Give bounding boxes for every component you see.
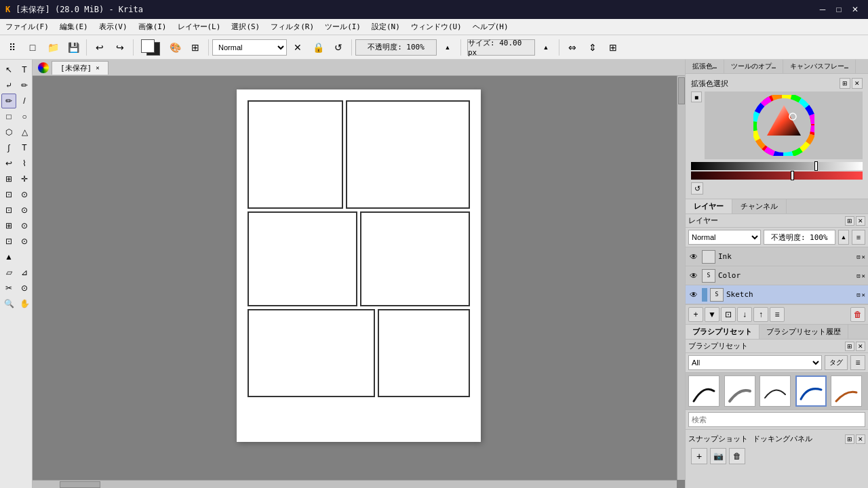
gradient-tool-button[interactable]: ⊡ [1,234,16,249]
menu-select[interactable]: 選択(S) [226,19,265,35]
brush-close-btn[interactable]: ✕ [856,342,865,351]
line-tool-button[interactable]: / [17,94,32,108]
tab-channels[interactable]: チャンネル [732,199,787,214]
menu-view[interactable]: 表示(V) [94,19,133,35]
color-wheel-container[interactable] [705,92,863,159]
document-tab[interactable]: [未保存] ✕ [52,61,108,75]
tab-close-icon[interactable]: ✕ [96,64,99,71]
tab-brush-history[interactable]: ブラシプリセット履歴 [760,325,848,339]
layer-properties-btn[interactable]: ≡ [770,307,785,322]
tab-color-ext[interactable]: 拡張色… [686,60,724,73]
scrollbar-thumb-h[interactable] [60,481,100,488]
snapshot-close-btn[interactable]: ✕ [856,434,865,444]
tab-brush-preset[interactable]: ブラシプリセット [686,325,760,339]
open-document-button[interactable]: 📁 [43,38,62,57]
ellipse-tool-button[interactable]: ○ [17,109,32,124]
brush-thumb-1[interactable] [688,375,719,407]
canvas-scroll[interactable] [33,76,685,488]
brush-search-input[interactable] [688,412,865,427]
text-tool-button[interactable]: T [17,62,32,77]
mirror-v-button[interactable]: ⇕ [583,38,602,57]
contiguous-select-button[interactable]: ⊡ [1,187,16,202]
layers-close-btn[interactable]: ✕ [856,216,865,226]
move-layer-up-btn[interactable]: ↑ [753,307,768,322]
select-tool-button[interactable]: ↖ [1,62,16,77]
layer-eye-color[interactable]: 👁 [688,270,699,281]
snapshot-camera-btn[interactable]: 📷 [710,448,726,464]
tab-layers[interactable]: レイヤー [686,199,732,214]
brush-thumb-4[interactable] [795,375,827,407]
opacity-up-btn[interactable]: ▲ [438,38,457,57]
fill-tool-button[interactable]: ⊙ [17,281,32,296]
polyline-tool-button[interactable]: △ [17,125,32,140]
layer-eye-sketch[interactable]: 👁 [688,289,699,300]
scrollbar-thumb[interactable] [678,77,685,104]
dynamic-brush-button[interactable]: ↩ [1,156,16,171]
tab-tool-opt[interactable]: ツールのオプ… [724,60,783,73]
lock-alpha-button[interactable]: 🔒 [309,38,328,57]
measure-tool-button[interactable]: ▱ [1,265,16,280]
brush-tag-btn[interactable]: タグ [825,355,848,370]
red-handle[interactable] [791,171,794,180]
red-bar[interactable] [691,171,863,180]
color-refresh-btn[interactable]: ↺ [691,182,703,195]
brush-tool-button[interactable]: ✏ [1,94,16,108]
brush-filter-select[interactable]: All Ink Sketch Digital [688,355,822,370]
magnetic-select-button[interactable]: ⊙ [17,203,32,218]
tab-canvas-opt[interactable]: キャンバスフレー… [783,60,856,73]
layer-item-ink[interactable]: 👁 Ink ⊡ ✕ [686,247,868,266]
color-expand-btn[interactable]: ⊞ [840,78,850,89]
bezier-tool-button[interactable]: ∫ [1,140,16,155]
brush-list-view-btn[interactable]: ≡ [850,355,865,370]
undo-button[interactable]: ↩ [90,38,109,57]
add-layer-btn[interactable]: + [688,307,703,322]
layer-item-color[interactable]: 👁 S Color ⊡ ✕ [686,266,868,285]
move-layer-down-btn[interactable]: ↓ [737,307,752,322]
polygon-tool-button[interactable]: ⬡ [1,125,16,140]
duplicate-layer-btn[interactable]: ⊡ [721,307,736,322]
foreground-color-swatch[interactable] [141,39,155,53]
rect-tool-button[interactable]: □ [1,109,16,124]
snapshot-delete-btn[interactable]: 🗑 [729,448,745,464]
redo-button[interactable]: ↪ [111,38,130,57]
close-button[interactable]: ✕ [848,2,863,17]
bw-handle[interactable] [814,161,818,171]
zoom-tool-button[interactable]: 🔍 [1,296,16,311]
layer-type-btn[interactable]: ▼ [705,307,719,322]
horizontal-scrollbar[interactable] [33,480,677,488]
shapes-select-button[interactable]: ⊙ [17,218,32,233]
color-picker-button[interactable]: 🎨 [165,38,184,57]
menu-settings[interactable]: 設定(N) [366,19,406,35]
multibrush-tool-button[interactable]: ⌇ [17,156,32,171]
mirror-h-button[interactable]: ⇔ [563,38,582,57]
scissors-tool-button[interactable]: ✂ [1,281,16,296]
smudge-tool-button[interactable]: ▲ [1,249,16,264]
layers-list-btn[interactable]: ≡ [852,230,865,245]
canvas-preview-button[interactable]: ⊞ [604,38,623,57]
brush-thumb-5[interactable] [831,375,862,407]
brush-thumb-3[interactable] [760,375,791,407]
menu-file[interactable]: ファイル(F) [0,19,54,35]
similar-select-button[interactable]: ⊙ [17,187,32,202]
save-document-button[interactable]: 💾 [64,38,83,57]
snapshot-expand-btn[interactable]: ⊞ [845,434,854,444]
text-shape-tool-button[interactable]: T [17,140,32,155]
brush-expand-btn[interactable]: ⊞ [845,342,854,351]
clear-button[interactable]: ✕ [288,38,307,57]
menu-layer[interactable]: レイヤー(L) [172,19,226,35]
transform-tool-button[interactable]: ⤶ [1,78,16,93]
menu-edit[interactable]: 編集(E) [54,19,94,35]
colorize-tool-button[interactable]: ⊙ [17,234,32,249]
layers-expand-btn[interactable]: ⊞ [845,216,854,226]
assistant-tool-button[interactable]: ⊿ [17,265,32,280]
layer-eye-ink[interactable]: 👁 [688,251,699,262]
delete-layer-btn[interactable]: 🗑 [850,307,865,322]
minimize-button[interactable]: ─ [815,2,830,17]
transform-mask-button[interactable]: ⊞ [1,218,16,233]
crop-tool-button[interactable]: ⊞ [1,171,16,186]
layers-blend-select[interactable]: Normal Multiply Screen [688,230,761,245]
snapshot-add-btn[interactable]: + [691,448,707,464]
refresh-button[interactable]: ↺ [329,38,348,57]
move-tool-button[interactable]: ✛ [17,171,32,186]
freehand-tool-button[interactable]: ✏ [17,78,32,93]
